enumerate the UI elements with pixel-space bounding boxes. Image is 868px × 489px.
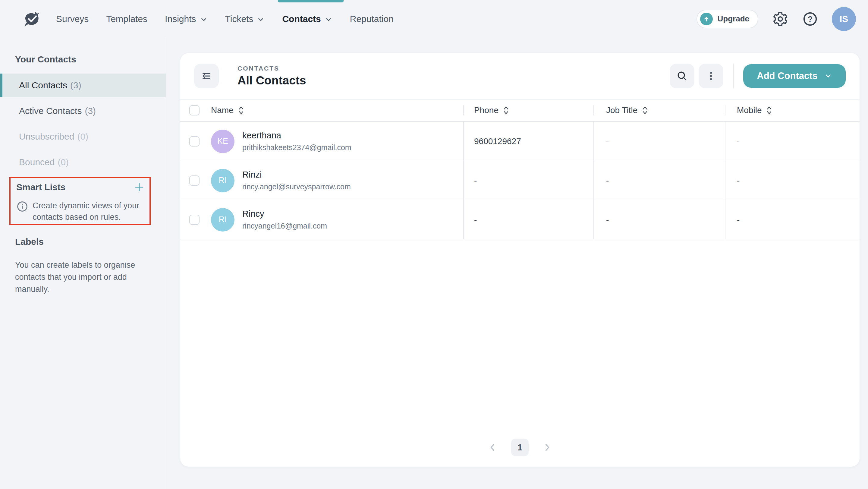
contact-mobile: - <box>737 136 740 146</box>
labels-description: You can create labels to organise contac… <box>15 259 149 295</box>
chevron-down-icon <box>257 16 265 24</box>
contact-name: keerthana <box>242 130 351 141</box>
contact-avatar: RI <box>211 208 235 232</box>
contact-avatar: RI <box>211 169 235 192</box>
column-header-name[interactable]: Name <box>211 105 244 116</box>
sort-icon <box>238 105 244 116</box>
contact-phone: - <box>474 215 477 224</box>
nav-reputation[interactable]: Reputation <box>350 14 394 24</box>
contact-phone: 9600129627 <box>474 136 521 146</box>
contact-avatar: KE <box>211 130 235 153</box>
row-checkbox[interactable] <box>189 215 199 225</box>
header-divider <box>733 64 734 88</box>
contact-mobile: - <box>737 215 740 224</box>
contact-mobile: - <box>737 176 740 185</box>
pagination: 1 <box>180 439 860 456</box>
contact-email: rincyangel16@gmail.com <box>242 222 327 230</box>
smart-lists-info-text: Create dynamic views of your contacts ba… <box>33 200 145 223</box>
sidebar-item-active-contacts[interactable]: Active Contacts (3) <box>0 99 166 123</box>
upgrade-arrow-icon <box>700 13 713 25</box>
settings-gear-icon[interactable] <box>772 11 788 27</box>
contact-phone: - <box>474 176 477 185</box>
contacts-sidebar: Your Contacts All Contacts (3) Active Co… <box>0 38 166 489</box>
previous-page-icon[interactable] <box>488 442 498 453</box>
user-avatar[interactable]: IS <box>832 7 856 31</box>
column-header-mobile[interactable]: Mobile <box>737 105 772 116</box>
help-icon[interactable]: ? <box>802 11 818 27</box>
sort-icon <box>766 105 772 116</box>
next-page-icon[interactable] <box>542 442 552 453</box>
contacts-card: CONTACTS All Contacts Add Contacts <box>180 53 860 467</box>
row-checkbox[interactable] <box>189 136 199 147</box>
contact-name: Rincy <box>242 209 327 219</box>
table-row[interactable]: RI Rincy rincyangel16@gmail.com - - - <box>180 200 860 239</box>
nav-contacts[interactable]: Contacts <box>282 14 332 24</box>
contact-job-title: - <box>606 215 609 224</box>
contact-email: rincy.angel@surveysparrow.com <box>242 182 351 191</box>
item-count: (0) <box>77 131 88 142</box>
contact-email: prithikshakeets2374@gmail.com <box>242 143 351 152</box>
more-options-button[interactable] <box>699 64 723 88</box>
sidebar-heading: Your Contacts <box>15 54 166 64</box>
page-title: All Contacts <box>238 74 306 87</box>
labels-section: Labels You can create labels to organise… <box>15 237 149 295</box>
kebab-menu-icon <box>705 70 717 82</box>
add-contacts-button[interactable]: Add Contacts <box>743 64 846 88</box>
row-checkbox[interactable] <box>189 176 199 186</box>
active-tab-indicator <box>278 0 344 2</box>
sidebar-item-bounced[interactable]: Bounced (0) <box>0 150 166 174</box>
search-icon <box>676 70 688 82</box>
chevron-down-icon <box>200 16 208 24</box>
card-header-actions: Add Contacts <box>670 64 846 88</box>
svg-text:?: ? <box>808 14 813 24</box>
sort-icon <box>503 105 509 116</box>
column-header-phone[interactable]: Phone <box>474 105 509 116</box>
nav-templates[interactable]: Templates <box>106 14 147 24</box>
collapse-list-icon <box>200 70 213 82</box>
nav-items: Surveys Templates Insights Tickets Conta… <box>56 14 394 24</box>
select-all-checkbox[interactable] <box>189 105 199 116</box>
contact-job-title: - <box>606 176 609 185</box>
chevron-down-icon <box>324 16 333 24</box>
title-block: CONTACTS All Contacts <box>238 65 306 87</box>
sidebar-item-all-contacts[interactable]: All Contacts (3) <box>0 73 166 97</box>
nav-surveys[interactable]: Surveys <box>56 14 89 24</box>
nav-right-controls: Upgrade ? IS <box>696 7 868 31</box>
smart-lists-heading: Smart Lists <box>16 182 65 192</box>
table-row[interactable]: KE keerthana prithikshakeets2374@gmail.c… <box>180 122 860 161</box>
table-header: Name Phone Job Title Mobile <box>180 99 860 122</box>
top-navigation: Surveys Templates Insights Tickets Conta… <box>0 0 868 38</box>
sidebar-divider <box>166 38 166 489</box>
item-count: (3) <box>70 80 82 90</box>
nav-insights[interactable]: Insights <box>165 14 207 24</box>
add-smart-list-icon[interactable] <box>134 182 145 193</box>
sidebar-item-unsubscribed[interactable]: Unsubscribed (0) <box>0 125 166 148</box>
breadcrumb: CONTACTS <box>238 65 306 72</box>
nav-tickets[interactable]: Tickets <box>225 14 265 24</box>
surveysparrow-logo[interactable] <box>22 9 41 29</box>
table-row[interactable]: RI Rinzi rincy.angel@surveysparrow.com -… <box>180 161 860 200</box>
page-number[interactable]: 1 <box>511 439 529 456</box>
upgrade-button[interactable]: Upgrade <box>696 10 758 28</box>
contact-job-title: - <box>606 136 609 146</box>
sort-icon <box>642 105 648 116</box>
smart-lists-annotation-highlight: Smart Lists Create dynamic views of your… <box>9 177 151 225</box>
chevron-down-icon <box>824 72 832 80</box>
contact-name: Rinzi <box>242 170 351 180</box>
collapse-sidebar-button[interactable] <box>194 64 219 88</box>
item-count: (0) <box>58 157 69 167</box>
card-header: CONTACTS All Contacts Add Contacts <box>180 53 860 99</box>
search-button[interactable] <box>670 64 694 88</box>
column-header-job-title[interactable]: Job Title <box>606 105 648 116</box>
info-icon <box>16 201 28 213</box>
labels-heading: Labels <box>15 237 149 247</box>
item-count: (3) <box>85 106 96 116</box>
